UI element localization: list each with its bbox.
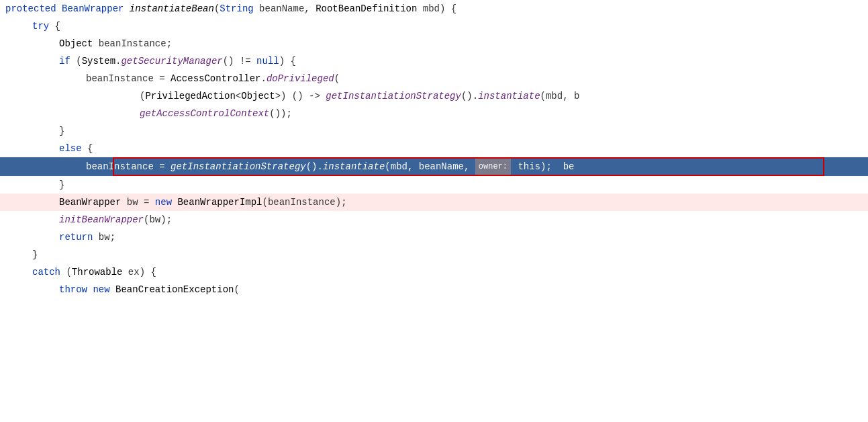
token-class-name: Throwable (72, 263, 128, 281)
code-line: throw new BeanCreationException( (0, 281, 868, 298)
token-param-name: bw (99, 228, 110, 246)
token-plain: () != (223, 52, 256, 70)
token-class-name: BeanCreationException (115, 281, 234, 298)
token-plain: ) { (440, 0, 456, 17)
code-line: beanInstance = getInstantiationStrategy(… (0, 157, 868, 176)
token-param-name: beanInstance (86, 70, 154, 87)
line-content: } (0, 176, 868, 194)
token-plain: , (407, 158, 419, 175)
token-method-call: instantiate (478, 87, 540, 105)
token-plain: ( (70, 52, 82, 70)
token-plain: < (236, 87, 241, 105)
token-param-name: beanName (259, 0, 304, 17)
line-content: else { (0, 140, 868, 157)
code-line: Object beanInstance; (0, 35, 868, 52)
token-class-name: AccessController (171, 70, 260, 87)
code-line: return bw; (0, 228, 868, 246)
token-class-name: RootBeanDefinition (316, 0, 423, 17)
line-content: protected BeanWrapper instantiateBean(St… (0, 0, 868, 17)
token-plain: ); (160, 211, 172, 228)
token-class-name: PrivilegedAction (145, 87, 235, 105)
token-method-call: getInstantiationStrategy (326, 87, 461, 105)
line-content: beanInstance = getInstantiationStrategy(… (0, 157, 868, 176)
token-method-name: instantiateBean (130, 0, 214, 17)
token-plain: = (154, 70, 171, 87)
token-param-name: beanInstance (268, 194, 336, 211)
token-method-call: getAccessControlContext (140, 105, 269, 122)
owner-hint: owner: (475, 157, 511, 176)
token-plain: ( (234, 281, 239, 298)
token-class-name: Object (59, 35, 99, 52)
token-kw-return: return (59, 228, 99, 246)
code-line: } (0, 176, 868, 194)
token-param-name: ex (128, 263, 140, 281)
token-kw-control: if (59, 52, 70, 70)
token-plain: ( (334, 70, 340, 87)
token-kw-control: null (256, 52, 279, 70)
token-plain: (). (461, 87, 478, 105)
token-plain: ) { (279, 52, 296, 70)
code-editor: protected BeanWrapper instantiateBean(St… (0, 0, 868, 422)
token-method-call: initBeanWrapper (59, 211, 144, 228)
token-plain: { (49, 17, 60, 35)
token-class-name: BeanWrapper (59, 194, 127, 211)
token-plain: = (138, 194, 155, 211)
token-plain: ( (144, 211, 149, 228)
token-plain: ) { (140, 263, 156, 281)
token-class-name: Object (241, 87, 275, 105)
line-content: try { (0, 17, 868, 35)
line-content: Object beanInstance; (0, 35, 868, 52)
token-param-name: mbd (546, 87, 563, 105)
token-plain: , (304, 0, 316, 17)
token-plain: ; (110, 228, 115, 246)
code-line: if (System.getSecurityManager() != null)… (0, 52, 868, 70)
code-line: else { (0, 140, 868, 157)
token-kw-type: String (220, 0, 259, 17)
code-line: protected BeanWrapper instantiateBean(St… (0, 0, 868, 17)
token-kw-catch: catch (32, 263, 60, 281)
line-content: } (0, 122, 868, 140)
code-line: beanInstance = AccessController.doPrivil… (0, 70, 868, 87)
token-plain: } (59, 122, 64, 140)
line-content: initBeanWrapper(bw); (0, 211, 868, 228)
token-plain: } (59, 176, 64, 194)
token-param-name: mbd (391, 158, 407, 175)
line-content: beanInstance = AccessController.doPrivil… (0, 70, 868, 87)
token-kw-modifier: protected (5, 0, 62, 17)
token-kw-new: new (155, 194, 178, 211)
line-content: throw new BeanCreationException( (0, 281, 868, 298)
code-line: } (0, 122, 868, 140)
token-plain: >) () -> (275, 87, 326, 105)
token-plain: ( (140, 87, 145, 105)
token-plain: = (154, 158, 171, 175)
code-line: try { (0, 17, 868, 35)
token-kw-type: BeanWrapper (62, 0, 130, 17)
token-plain: this); (512, 158, 552, 175)
line-content: if (System.getSecurityManager() != null)… (0, 52, 868, 70)
token-kw-throw: throw (59, 281, 87, 298)
token-plain: . (260, 70, 266, 87)
token-plain: } (32, 246, 38, 263)
token-param-name: mbd (423, 0, 440, 17)
token-method-call: getSecurityManager (121, 52, 222, 70)
token-method-call: instantiate (323, 158, 385, 175)
token-kw-control: else (59, 140, 82, 157)
token-plain: , b (563, 87, 579, 105)
code-line: (PrivilegedAction<Object>) () -> getInst… (0, 87, 868, 105)
token-plain-trailing: be (552, 158, 575, 175)
token-method-call: doPrivileged (267, 70, 334, 87)
token-param-name: beanInstance (86, 158, 154, 175)
code-line: catch (Throwable ex) { (0, 263, 868, 281)
token-param-name: bw (127, 194, 138, 211)
token-plain: ( (214, 0, 220, 17)
code-line: initBeanWrapper(bw); (0, 211, 868, 228)
token-plain: ( (540, 87, 546, 105)
token-kw-control: try (32, 17, 49, 35)
line-content: (PrivilegedAction<Object>) () -> getInst… (0, 87, 868, 105)
line-content: } (0, 246, 868, 263)
line-content: return bw; (0, 228, 868, 246)
code-lines: protected BeanWrapper instantiateBean(St… (0, 0, 868, 298)
code-line: getAccessControlContext()); (0, 105, 868, 122)
token-class-name: BeanWrapperImpl (177, 194, 262, 211)
token-kw-new: new (93, 281, 115, 298)
